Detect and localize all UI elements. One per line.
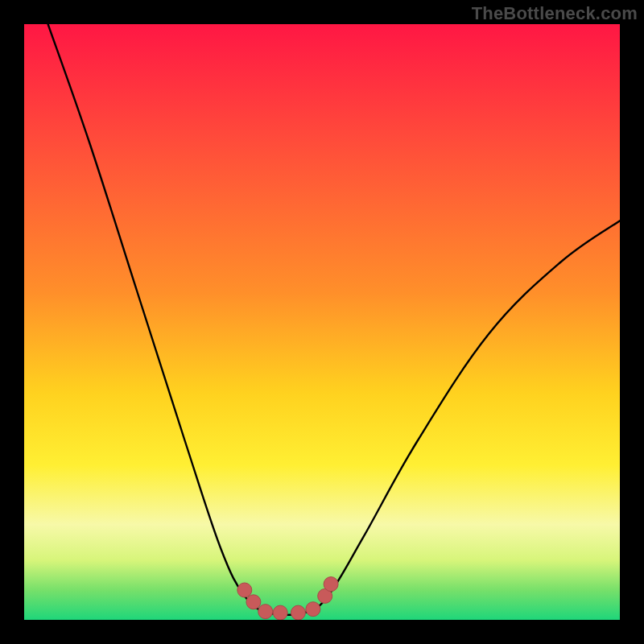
curve-marker (291, 605, 305, 620)
curve-marker (246, 595, 261, 609)
curve-marker (273, 605, 287, 620)
chart-plot-area (24, 24, 620, 620)
curve-marker (306, 602, 320, 617)
curve-marker (258, 605, 273, 619)
curve-marker (324, 577, 338, 592)
chart-svg (24, 24, 620, 620)
gradient-background (24, 24, 620, 620)
watermark-text: TheBottleneck.com (472, 3, 638, 24)
curve-marker (237, 583, 252, 597)
